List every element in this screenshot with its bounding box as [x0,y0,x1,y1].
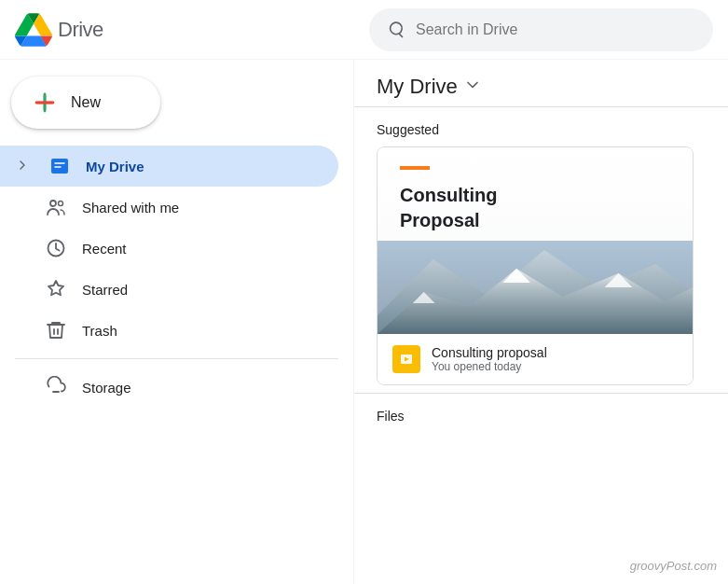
main-layout: New My Drive [0,60,728,584]
suggested-section-label: Suggested [354,107,728,146]
svg-point-5 [59,202,63,206]
file-time: You opened today [432,360,547,373]
sidebar: New My Drive [0,60,354,584]
sidebar-item-starred[interactable]: Starred [0,269,338,310]
search-icon [386,21,405,39]
doc-title-2: Proposal [400,210,670,231]
sidebar-item-my-drive-label: My Drive [86,159,144,174]
sidebar-item-my-drive[interactable]: My Drive [0,146,338,187]
watermark: groovyPost.com [630,559,717,573]
sidebar-item-recent[interactable]: Recent [0,228,338,269]
plus-icon [32,90,58,116]
people-icon [45,196,67,218]
dropdown-icon[interactable] [463,76,482,99]
header: Drive [0,0,728,60]
svg-point-4 [50,201,56,206]
card-info: Consulting proposal You opened today [378,334,693,384]
search-input[interactable] [416,21,696,38]
slides-icon [392,345,420,373]
file-card[interactable]: Consulting Proposal Lorem ipsum dolor si… [377,146,694,385]
sidebar-item-shared-label: Shared with me [82,200,179,216]
file-name: Consulting proposal [432,345,547,360]
trash-icon [45,319,67,341]
doc-title-1: Consulting [400,185,670,206]
content-header: My Drive [354,60,728,107]
chevron-right-icon [15,158,30,175]
mountain-image [378,241,693,334]
sidebar-item-storage[interactable]: Storage [0,367,338,408]
sidebar-item-starred-label: Starred [82,282,128,298]
search-bar[interactable] [369,8,713,51]
app-title: Drive [58,18,103,42]
cloud-icon [45,376,67,398]
logo-area: Drive [15,11,369,49]
clock-icon [45,237,67,259]
sidebar-item-shared-with-me[interactable]: Shared with me [0,187,338,228]
sidebar-item-trash-label: Trash [82,323,117,339]
content-area: My Drive Suggested Consulting Proposal L… [354,60,728,584]
card-thumbnail: Consulting Proposal Lorem ipsum dolor si… [378,147,693,334]
star-icon [45,278,67,300]
drive-item-icon [48,155,71,177]
doc-orange-line [400,166,430,170]
svg-rect-3 [51,159,68,174]
files-section-label: Files [354,393,728,431]
suggested-grid: Consulting Proposal Lorem ipsum dolor si… [354,146,728,385]
sidebar-divider [15,358,338,359]
sidebar-item-trash[interactable]: Trash [0,310,338,351]
content-title: My Drive [377,75,458,99]
new-button[interactable]: New [11,76,160,129]
drive-logo-icon [15,11,52,49]
sidebar-item-recent-label: Recent [82,241,127,257]
new-button-label: New [71,94,101,111]
file-meta: Consulting proposal You opened today [432,345,547,373]
sidebar-item-storage-label: Storage [82,380,131,396]
